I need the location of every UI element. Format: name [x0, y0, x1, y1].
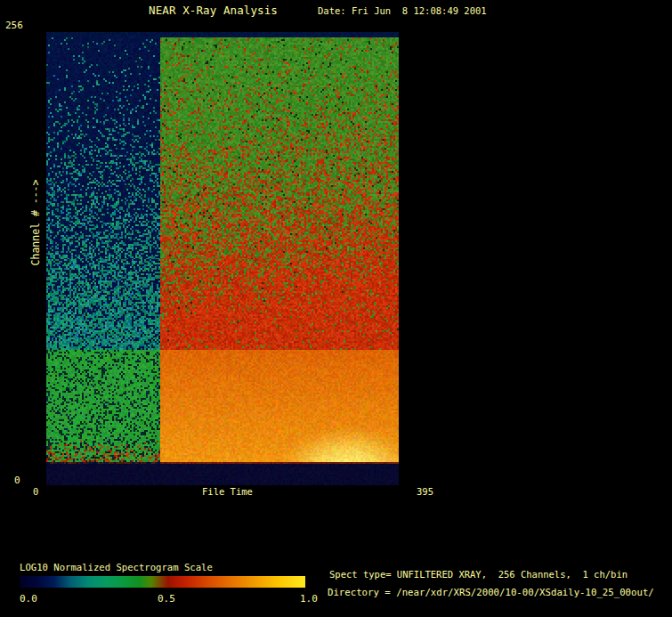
x-axis-max-label: 395 [417, 486, 433, 497]
colorbar-tick-max: 1.0 [300, 593, 318, 605]
y-axis-min-label: 0 [14, 475, 20, 486]
near-xray-analysis-window: NEAR X-Ray Analysis Date: Fri Jun 8 12:0… [0, 0, 672, 617]
y-axis-title: Channel # ---> [29, 180, 42, 266]
colorbar-tick-mid: 0.5 [158, 593, 175, 605]
y-axis-max-label: 256 [5, 20, 23, 31]
page-title: NEAR X-Ray Analysis [149, 4, 278, 17]
directory-line: Directory = /near/xdr/XRS/2000/10-00/XSd… [328, 587, 654, 598]
colorbar-tick-min: 0.0 [20, 593, 37, 605]
x-axis-title: File Time [202, 486, 253, 497]
x-axis-min-label: 0 [33, 486, 38, 497]
spectrogram-image [46, 32, 399, 485]
colorbar-gradient [20, 576, 305, 588]
spect-type-line: Spect type= UNFILTERED XRAY, 256 Channel… [329, 569, 627, 580]
colorbar-label: LOG10 Normalized Spectrogram Scale [20, 562, 213, 572]
date-label: Date: Fri Jun 8 12:08:49 2001 [318, 5, 487, 16]
